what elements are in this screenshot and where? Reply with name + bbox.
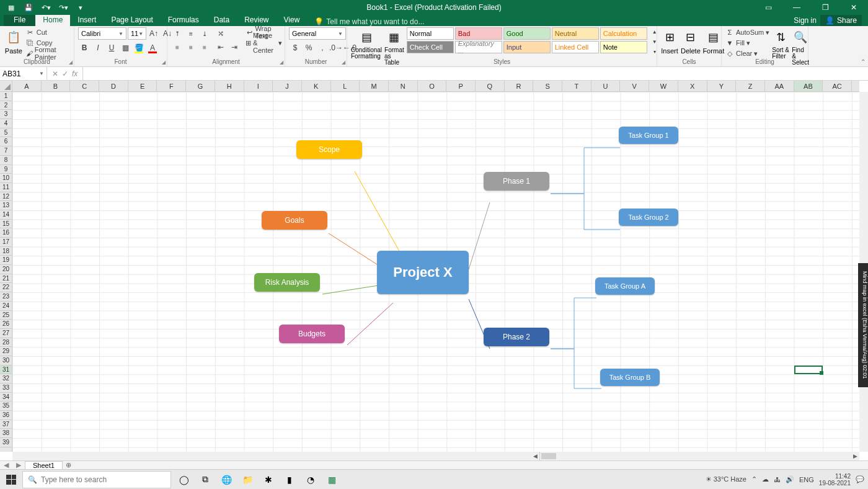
tab-formulas[interactable]: Formulas [161,14,206,26]
qat-customize[interactable]: ▾ [73,1,88,14]
recording-sidebar[interactable]: Mind map in excel (Esha Verma/Aug) 02:01 [858,263,868,387]
col-header-R[interactable]: R [505,81,534,91]
active-cell[interactable] [794,366,823,374]
row-header-19[interactable]: 19 [0,256,12,265]
row-header-9[interactable]: 9 [0,165,12,174]
tray-onedrive[interactable]: ☁ [762,475,769,483]
shape-tg2[interactable]: Task Group 2 [619,209,678,226]
tray-notifications[interactable]: 💬 [856,475,864,483]
col-header-U[interactable]: U [591,81,621,91]
col-header-H[interactable]: H [215,81,244,91]
col-header-Z[interactable]: Z [736,81,765,91]
col-header-E[interactable]: E [128,81,157,91]
shape-center[interactable]: Project X [377,251,469,294]
conditional-formatting-button[interactable]: ▤ Conditional Formatting [351,27,382,60]
insert-cells-button[interactable]: ⊞Insert [661,27,678,55]
row-header-15[interactable]: 15 [0,220,12,229]
tray-chevron[interactable]: ⌃ [751,475,757,483]
taskbar-search[interactable]: 🔍 Type here to search [22,471,171,488]
row-header-27[interactable]: 27 [0,329,12,338]
style-normal[interactable]: Normal [407,27,454,40]
underline-button[interactable]: U [105,42,118,54]
signin-link[interactable]: Sign in [794,16,817,25]
clear-button[interactable]: ◇Clear ▾ [725,48,769,58]
row-header-8[interactable]: 8 [0,156,12,165]
style-input[interactable]: Input [503,41,551,53]
col-header-Y[interactable]: Y [707,81,737,91]
align-right[interactable]: ≡ [198,41,211,53]
merge-center-button[interactable]: ⊞Merge & Center ▾ [246,38,282,48]
name-box[interactable]: AB31▼ [0,67,47,80]
align-left[interactable]: ≡ [171,41,184,53]
paste-button[interactable]: 📋 Paste [4,27,24,55]
tab-insert[interactable]: Insert [70,14,104,26]
qat-redo[interactable]: ↷▾ [56,1,71,14]
slack-icon[interactable]: ✱ [259,471,278,488]
maximize-button[interactable]: ❐ [811,0,839,15]
row-header-24[interactable]: 24 [0,302,12,311]
row-header-14[interactable]: 14 [0,210,12,220]
orientation-button[interactable]: ⤭ [215,27,227,40]
row-header-20[interactable]: 20 [0,265,12,274]
tell-me-search[interactable]: 💡 Tell me what you want to do... [314,17,424,26]
col-header-N[interactable]: N [389,81,418,91]
shape-phase2[interactable]: Phase 2 [484,328,549,346]
sheet-nav-next[interactable]: ▶ [12,461,25,469]
increase-indent[interactable]: ⇥ [228,41,241,53]
fill-color-button[interactable]: 🪣 [133,42,145,54]
style-neutral[interactable]: Neutral [552,27,599,40]
tab-data[interactable]: Data [206,14,237,26]
col-header-F[interactable]: F [157,81,186,91]
shape-goals[interactable]: Goals [262,211,327,230]
shape-phase1[interactable]: Phase 1 [484,172,549,191]
ribbon-display-options[interactable]: ▭ [754,0,782,15]
increase-decimal[interactable]: .0→ [330,42,342,54]
tab-home[interactable]: Home [35,14,70,26]
col-header-J[interactable]: J [273,81,302,91]
excel-taskbar-icon[interactable]: ▦ [322,471,341,488]
style-note[interactable]: Note [600,41,647,53]
row-header-10[interactable]: 10 [0,174,12,183]
style-bad[interactable]: Bad [455,27,502,40]
row-header-22[interactable]: 22 [0,283,12,292]
cancel-formula[interactable]: ✕ [52,70,58,78]
row-header-6[interactable]: 6 [0,137,12,146]
autosum-button[interactable]: ΣAutoSum ▾ [725,27,769,37]
style-check-cell[interactable]: Check Cell [407,41,454,53]
shape-tga[interactable]: Task Group A [595,277,655,295]
row-header-11[interactable]: 11 [0,183,12,192]
align-top[interactable]: ⤒ [171,27,184,40]
format-painter-button[interactable]: 🖌Format Painter [26,48,70,58]
col-header-AC[interactable]: AC [823,81,852,91]
row-header-5[interactable]: 5 [0,128,12,138]
task-view-icon[interactable]: ⧉ [196,471,215,488]
col-header-X[interactable]: X [678,81,707,91]
style-linked-cell[interactable]: Linked Cell [552,41,599,53]
shape-tgb[interactable]: Task Group B [600,369,660,386]
row-header-29[interactable]: 29 [0,347,12,356]
tray-clock[interactable]: 11:42 19-08-2021 [819,473,851,487]
fx-button[interactable]: fx [72,70,78,78]
fill-button[interactable]: ▼Fill ▾ [725,38,769,48]
delete-cells-button[interactable]: ⊟Delete [681,27,701,55]
row-header-2[interactable]: 2 [0,101,12,110]
align-bottom[interactable]: ⤓ [198,27,211,40]
decrease-indent[interactable]: ⇤ [215,41,227,53]
row-header-1[interactable]: 1 [0,92,12,101]
col-header-S[interactable]: S [533,81,562,91]
qat-undo[interactable]: ↶▾ [38,1,53,14]
shape-tg1[interactable]: Task Group 1 [619,127,678,144]
col-header-AB[interactable]: AB [794,81,823,91]
shape-scope[interactable]: Scope [296,140,362,159]
col-header-L[interactable]: L [331,81,360,91]
row-header-34[interactable]: 34 [0,393,12,402]
row-header-26[interactable]: 26 [0,320,12,329]
row-header-7[interactable]: 7 [0,146,12,156]
powerbi-icon[interactable]: ▮ [280,471,299,488]
enter-formula[interactable]: ✓ [62,70,68,78]
shape-budgets[interactable]: Budgets [279,325,345,343]
column-headers[interactable]: ABCDEFGHIJKLMNOPQRSTUVWXYZAAABAC [12,81,859,92]
row-header-36[interactable]: 36 [0,411,12,420]
select-all-button[interactable] [0,81,12,92]
align-center[interactable]: ≡ [185,41,197,53]
